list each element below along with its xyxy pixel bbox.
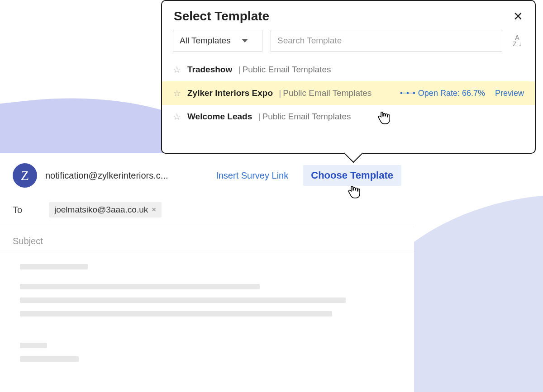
sort-alpha-button[interactable]: A Z ↓ xyxy=(510,30,524,52)
open-rate: Open Rate: 66.7% xyxy=(418,89,485,98)
separator: | xyxy=(236,65,240,75)
to-label: To xyxy=(13,205,31,215)
template-folder: Public Email Templates xyxy=(283,88,372,98)
recipient-chip[interactable]: joelmatsiko@3aaa.co.uk × xyxy=(49,202,162,217)
close-icon[interactable]: ✕ xyxy=(513,10,523,22)
template-name: Zylker Interiors Expo xyxy=(187,88,273,98)
avatar: Z xyxy=(13,163,37,188)
choose-template-button[interactable]: Choose Template xyxy=(303,165,401,186)
remove-recipient-icon[interactable]: × xyxy=(152,205,156,214)
search-template-input[interactable]: Search Template xyxy=(271,30,502,52)
recipient-email: joelmatsiko@3aaa.co.uk xyxy=(54,205,148,215)
template-name: Welcome Leads xyxy=(187,112,252,122)
template-filter-dropdown[interactable]: All Templates xyxy=(173,30,262,52)
star-icon[interactable]: ☆ xyxy=(173,111,181,122)
separator: | xyxy=(276,88,281,98)
star-icon[interactable]: ☆ xyxy=(173,88,181,99)
template-list: ☆ Tradeshow | Public Email Templates ☆ Z… xyxy=(162,58,535,128)
subject-input[interactable]: Subject xyxy=(13,236,401,246)
chevron-down-icon xyxy=(242,39,248,43)
insert-survey-link[interactable]: Insert Survey Link xyxy=(210,167,295,184)
subject-row[interactable]: Subject xyxy=(0,225,414,253)
template-folder: Public Email Templates xyxy=(242,65,331,75)
template-row[interactable]: ☆ Welcome Leads | Public Email Templates xyxy=(162,105,535,128)
template-row[interactable]: ☆ Tradeshow | Public Email Templates xyxy=(162,58,535,81)
template-name: Tradeshow xyxy=(187,65,232,75)
template-row[interactable]: ☆ Zylker Interiors Expo | Public Email T… xyxy=(162,81,535,105)
star-icon[interactable]: ☆ xyxy=(173,64,181,75)
template-folder: Public Email Templates xyxy=(262,112,351,122)
email-body[interactable] xyxy=(0,253,414,381)
popover-title: Select Template xyxy=(174,9,269,24)
search-placeholder: Search Template xyxy=(277,36,342,46)
from-email: notification@zylkerinteriors.c... xyxy=(45,170,168,181)
compose-panel: Z notification@zylkerinteriors.c... Inse… xyxy=(0,153,414,392)
separator: | xyxy=(256,112,260,122)
select-template-popover: Select Template ✕ All Templates Search T… xyxy=(161,0,536,154)
to-row: To joelmatsiko@3aaa.co.uk × xyxy=(0,191,414,225)
analytics-icon: •─•─• xyxy=(400,89,414,98)
preview-link[interactable]: Preview xyxy=(495,89,524,98)
template-filter-label: All Templates xyxy=(180,36,231,46)
